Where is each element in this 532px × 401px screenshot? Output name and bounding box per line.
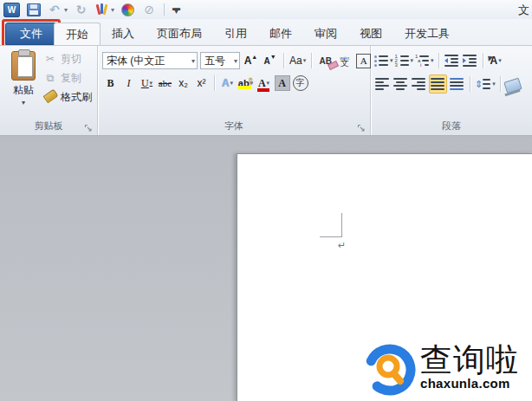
- bullets-button[interactable]: ▾: [374, 52, 393, 69]
- tab-insert[interactable]: 插入: [101, 23, 146, 45]
- color-wheel-icon[interactable]: [120, 3, 135, 16]
- font-group-label: 字体: [98, 120, 370, 133]
- font-dialog-launcher-icon[interactable]: [357, 124, 367, 133]
- scissors-icon: ✂: [43, 53, 57, 65]
- bold-button[interactable]: B: [102, 74, 119, 92]
- align-left-button[interactable]: [374, 75, 391, 93]
- tab-file[interactable]: 文件: [5, 23, 57, 45]
- document-page[interactable]: ↵ 查询啦 chaxunla.com: [237, 153, 532, 401]
- paragraph-group-label: 段落: [371, 120, 532, 133]
- underline-button[interactable]: U▾: [139, 74, 155, 92]
- paragraph-group: ▾ 123 ▾ 1ai ▾: [371, 46, 532, 135]
- strikethrough-button[interactable]: abc: [157, 74, 173, 92]
- format-painter-label: 格式刷: [61, 90, 92, 105]
- change-case-button[interactable]: Aa▾: [289, 52, 306, 69]
- watermark-domain: chaxunla.com: [420, 376, 519, 391]
- font-size-value: 五号: [204, 54, 225, 68]
- subscript-button[interactable]: x₂: [175, 74, 191, 92]
- phonetic-guide-button[interactable]: wén文: [336, 52, 353, 69]
- sort-button[interactable]: A▾: [488, 52, 504, 69]
- character-border-button[interactable]: A: [355, 52, 372, 69]
- qat-separator: [164, 3, 165, 16]
- shading-bucket-icon[interactable]: [505, 75, 522, 93]
- line-spacing-button[interactable]: ⇕ ▾: [475, 75, 496, 93]
- copy-button: ⧉ 复制: [43, 70, 92, 86]
- window-title-partial: 文: [518, 3, 529, 18]
- pens-icon[interactable]: [94, 3, 108, 16]
- character-shading-button[interactable]: A: [274, 74, 290, 92]
- tab-mailings[interactable]: 邮件: [258, 23, 303, 45]
- paste-label: 粘贴: [13, 83, 34, 98]
- ribbon-tab-row: 文件 开始 插入 页面布局 引用 邮件 审阅 视图 开发工具: [0, 19, 532, 45]
- disabled-draw-icon: ⊘: [141, 3, 156, 16]
- clear-formatting-button[interactable]: AB: [317, 52, 334, 69]
- title-bar: W ↷ ▾ ↻ ▾ ⊘ ▬▾ 文: [0, 0, 532, 19]
- clipboard-dialog-launcher-icon[interactable]: [84, 124, 94, 133]
- font-group: 宋体 (中文正 ▾ 五号 ▾ A▲ A▼ Aa▾ AB wén文: [98, 46, 371, 135]
- align-center-button[interactable]: [393, 75, 409, 93]
- watermark-logo: 查询啦 chaxunla.com: [363, 343, 519, 397]
- tab-developer[interactable]: 开发工具: [393, 23, 461, 45]
- grow-font-button[interactable]: A▲: [243, 52, 259, 69]
- margin-corner-mark: [341, 213, 342, 237]
- tab-strip: 开始 插入 页面布局 引用 邮件 审阅 视图 开发工具: [54, 23, 461, 45]
- red-annotation-box: 文件: [2, 19, 61, 49]
- tab-references[interactable]: 引用: [213, 23, 258, 45]
- copy-label: 复制: [61, 71, 81, 86]
- align-right-button[interactable]: [411, 75, 427, 93]
- font-color-button[interactable]: A ▾: [256, 74, 272, 92]
- tab-review[interactable]: 审阅: [303, 23, 348, 45]
- redo-icon[interactable]: ↻: [74, 3, 88, 16]
- tab-home[interactable]: 开始: [54, 23, 101, 45]
- format-painter-button[interactable]: 格式刷: [43, 89, 92, 105]
- text-highlight-button[interactable]: ab✎ ▾: [237, 74, 254, 92]
- paste-clipboard-icon: [11, 51, 36, 81]
- customize-qat-dropdown-icon[interactable]: ▬▾: [172, 6, 180, 13]
- distribute-button[interactable]: [449, 75, 465, 93]
- word-app-icon[interactable]: W: [3, 3, 20, 17]
- tab-view[interactable]: 视图: [348, 23, 393, 45]
- cut-label: 剪切: [61, 52, 81, 67]
- pens-dropdown-icon[interactable]: ▾: [111, 6, 114, 14]
- superscript-button[interactable]: x²: [193, 74, 210, 92]
- font-name-dropdown-icon[interactable]: ▾: [189, 57, 195, 65]
- font-name-value: 宋体 (中文正: [107, 54, 165, 68]
- ribbon: 粘贴 ▾ ✂ 剪切 ⧉ 复制 格式刷 剪贴板 宋体 (中文正: [0, 45, 532, 136]
- copy-icon: ⧉: [43, 72, 57, 84]
- clipboard-group: 粘贴 ▾ ✂ 剪切 ⧉ 复制 格式刷 剪贴板: [0, 46, 98, 135]
- tab-page-layout[interactable]: 页面布局: [146, 23, 213, 45]
- decrease-indent-button[interactable]: [444, 52, 460, 69]
- italic-button[interactable]: I: [120, 74, 137, 92]
- paste-dropdown-icon[interactable]: ▾: [22, 99, 25, 107]
- increase-indent-button[interactable]: [462, 52, 478, 69]
- shrink-font-button[interactable]: A▼: [262, 52, 278, 69]
- text-effects-button[interactable]: A▾: [219, 74, 236, 92]
- numbering-button[interactable]: 123 ▾: [395, 52, 414, 69]
- paragraph-mark: ↵: [338, 240, 346, 251]
- font-size-combobox[interactable]: 五号 ▾: [200, 52, 240, 69]
- format-painter-brush-icon: [43, 91, 57, 103]
- watermark-name: 查询啦: [420, 343, 519, 378]
- multilevel-list-button[interactable]: 1ai ▾: [415, 52, 434, 69]
- paste-button[interactable]: 粘贴 ▾: [5, 51, 42, 115]
- justify-button[interactable]: [429, 74, 447, 94]
- clipboard-group-label: 剪贴板: [0, 120, 97, 133]
- undo-dropdown-icon[interactable]: ▾: [64, 6, 68, 14]
- quick-access-toolbar: W ↷ ▾ ↻ ▾ ⊘ ▬▾: [3, 3, 180, 17]
- undo-icon[interactable]: ↷: [47, 3, 62, 16]
- font-name-combobox[interactable]: 宋体 (中文正 ▾: [102, 52, 198, 69]
- cut-button: ✂ 剪切: [43, 51, 92, 67]
- document-workspace: ↵ 查询啦 chaxunla.com: [0, 136, 532, 401]
- chaxunla-logo-icon: [363, 343, 417, 397]
- save-icon[interactable]: [26, 3, 41, 16]
- enclose-characters-button[interactable]: 字: [292, 74, 308, 92]
- font-size-dropdown-icon[interactable]: ▾: [231, 57, 237, 65]
